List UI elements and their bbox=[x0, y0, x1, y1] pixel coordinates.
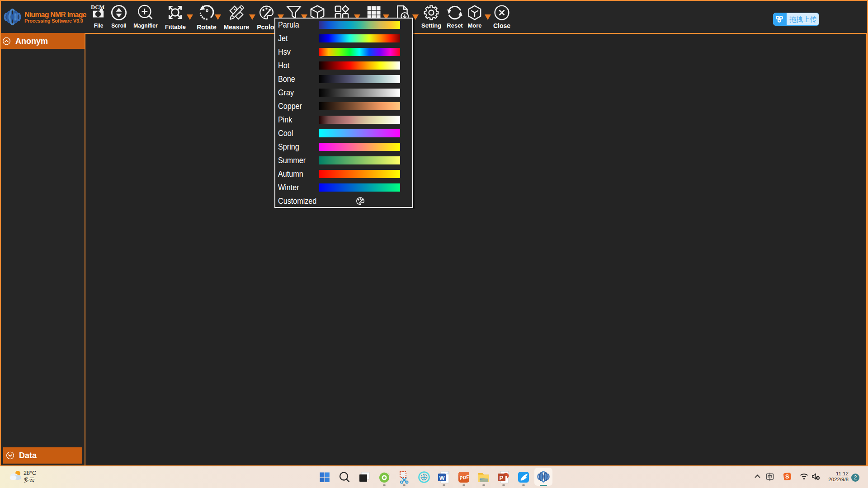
svg-text:P: P bbox=[500, 474, 504, 481]
svg-text:S: S bbox=[785, 473, 789, 480]
svg-text:W: W bbox=[439, 474, 445, 481]
